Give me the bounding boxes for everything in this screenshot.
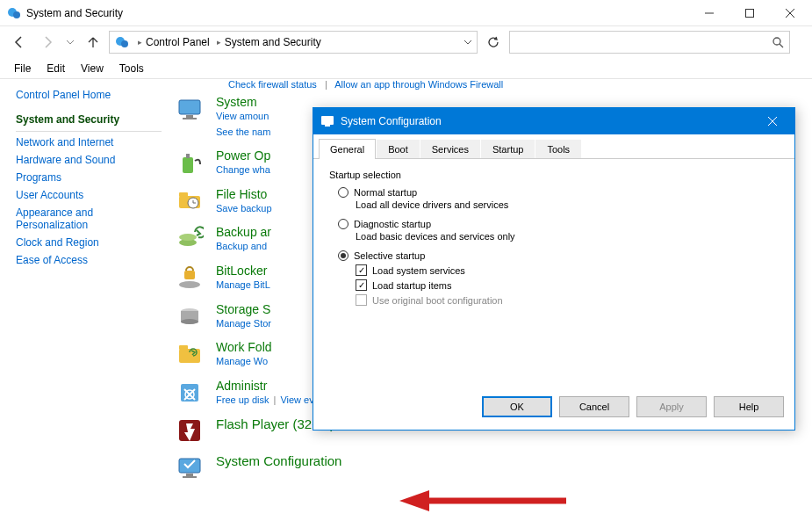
sidebar-item-hardware[interactable]: Hardware and Sound — [16, 151, 162, 169]
address-bar[interactable]: ▸Control Panel ▸System and Security — [109, 31, 478, 54]
category-link[interactable]: Manage BitL — [216, 279, 270, 290]
radio-diagnostic-startup[interactable]: Diagnostic startup — [338, 219, 779, 229]
sidebar-item-programs[interactable]: Programs — [16, 169, 162, 186]
category-link[interactable]: Backup and — [216, 241, 267, 251]
admin-tools-icon — [176, 379, 204, 407]
system-config-icon — [176, 453, 204, 481]
radio-icon — [338, 250, 349, 261]
group-label: Startup selection — [329, 170, 779, 180]
svg-point-7 — [121, 40, 128, 47]
dialog-close-button[interactable] — [752, 108, 793, 134]
close-button[interactable] — [770, 0, 810, 26]
forward-button[interactable] — [35, 30, 60, 54]
category-link[interactable]: Save backup — [216, 203, 272, 213]
radio-icon — [338, 219, 349, 229]
dialog-titlebar[interactable]: System Configuration — [313, 108, 794, 134]
help-button[interactable]: Help — [714, 396, 784, 417]
breadcrumb-item[interactable]: ▸Control Panel — [134, 32, 213, 53]
breadcrumb-label: Control Panel — [146, 36, 210, 48]
radio-desc: Load basic devices and services only — [356, 231, 779, 242]
radio-selective-startup[interactable]: Selective startup — [338, 250, 779, 261]
category-title[interactable]: Storage S — [216, 302, 271, 316]
check-original-boot: Use original boot configuration — [356, 294, 779, 306]
ok-button[interactable]: OK — [482, 396, 552, 417]
sidebar-item-appearance[interactable]: Appearance and Personalization — [16, 204, 162, 234]
category-title[interactable]: Work Fold — [216, 340, 272, 354]
category-title[interactable]: System Configuration — [216, 453, 341, 468]
sidebar: Control Panel Home System and Security N… — [0, 79, 176, 521]
breadcrumb-label: System and Security — [225, 36, 321, 48]
menu-tools[interactable]: Tools — [112, 60, 151, 77]
sidebar-item-clock[interactable]: Clock and Region — [16, 234, 162, 251]
category-title[interactable]: System — [216, 95, 270, 109]
category-title[interactable]: BitLocker — [216, 264, 270, 278]
bitlocker-icon — [176, 264, 204, 292]
svg-rect-14 — [186, 154, 190, 158]
svg-rect-11 — [186, 115, 193, 118]
category-link[interactable]: Manage Wo — [216, 356, 268, 366]
check-load-startup[interactable]: ✓ Load startup items — [356, 279, 779, 291]
link-firewall-status[interactable]: Check firewall status — [228, 79, 317, 90]
dialog-icon — [320, 114, 334, 128]
category-link[interactable]: See the nam — [216, 127, 270, 137]
category-link[interactable]: Manage Stor — [216, 318, 271, 329]
sidebar-home[interactable]: Control Panel Home — [16, 86, 162, 104]
work-folders-icon — [176, 340, 204, 368]
svg-point-19 — [179, 234, 197, 241]
svg-rect-16 — [179, 192, 188, 197]
radio-desc: Load all device drivers and services — [356, 199, 779, 210]
radio-normal-startup[interactable]: Normal startup — [338, 187, 779, 198]
up-button[interactable] — [81, 30, 105, 54]
dialog-title: System Configuration — [341, 115, 752, 127]
chevron-right-icon: ▸ — [217, 38, 221, 47]
svg-point-8 — [773, 38, 780, 45]
menu-view[interactable]: View — [74, 60, 111, 77]
svg-rect-25 — [179, 345, 188, 350]
back-button[interactable] — [7, 30, 32, 54]
tab-boot[interactable]: Boot — [377, 140, 420, 158]
svg-rect-32 — [321, 116, 334, 125]
sidebar-item-network[interactable]: Network and Internet — [16, 134, 162, 151]
cancel-button[interactable]: Cancel — [559, 396, 629, 417]
svg-rect-21 — [184, 271, 195, 279]
tab-tools[interactable]: Tools — [535, 140, 581, 158]
radio-icon — [338, 187, 349, 198]
sidebar-item-ease[interactable]: Ease of Access — [16, 251, 162, 269]
category-title[interactable]: Backup ar — [216, 225, 271, 239]
category-title[interactable]: Administr — [216, 379, 323, 393]
category-link[interactable]: Change wha — [216, 164, 270, 175]
svg-rect-33 — [325, 125, 330, 127]
category-title[interactable]: Power Op — [216, 148, 270, 163]
annotation-arrow — [399, 488, 575, 514]
link-allow-app[interactable]: Allow an app through Windows Firewall — [334, 79, 503, 90]
maximize-button[interactable] — [729, 0, 770, 26]
minimize-button[interactable] — [689, 0, 729, 26]
menu-edit[interactable]: Edit — [40, 60, 72, 77]
power-icon — [176, 148, 204, 177]
refresh-button[interactable] — [481, 30, 506, 54]
chevron-right-icon: ▸ — [138, 38, 142, 47]
window-title: System and Security — [26, 7, 689, 19]
history-dropdown[interactable] — [63, 30, 77, 54]
category-link[interactable]: View amoun — [216, 111, 269, 121]
breadcrumb-item[interactable]: ▸System and Security — [213, 32, 325, 53]
sidebar-item-system-security[interactable]: System and Security — [16, 111, 162, 132]
svg-line-9 — [780, 44, 783, 47]
address-dropdown[interactable] — [459, 32, 477, 53]
sidebar-item-users[interactable]: User Accounts — [16, 186, 162, 204]
svg-rect-3 — [746, 9, 754, 17]
svg-rect-10 — [179, 100, 200, 114]
category-link[interactable]: Free up disk — [216, 394, 269, 405]
tab-services[interactable]: Services — [420, 140, 480, 158]
tab-general[interactable]: General — [319, 139, 376, 159]
category-title[interactable]: File Histo — [216, 187, 272, 201]
svg-rect-30 — [186, 474, 193, 476]
menu-file[interactable]: File — [7, 60, 38, 77]
storage-icon — [176, 302, 204, 330]
svg-point-23 — [181, 319, 198, 324]
check-load-services[interactable]: ✓ Load system services — [356, 264, 779, 276]
category-sysconfig: System Configuration — [176, 453, 794, 481]
system-icon — [176, 95, 204, 123]
search-box[interactable] — [509, 31, 790, 54]
tab-startup[interactable]: Startup — [481, 140, 535, 158]
